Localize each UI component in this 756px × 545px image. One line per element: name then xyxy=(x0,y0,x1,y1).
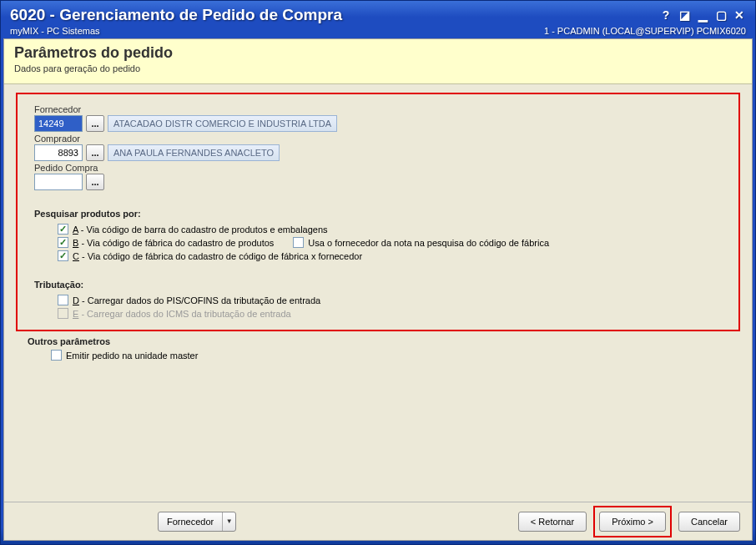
comprador-label: Comprador xyxy=(34,134,722,144)
pedido-lookup-button[interactable]: ... xyxy=(86,174,104,190)
subtitle-right: 1 - PCADMIN (LOCAL@SUPERVIP) PCMIX6020 xyxy=(544,26,746,36)
pesquisar-title: Pesquisar produtos por: xyxy=(34,209,722,219)
checkbox-c-label: C - Via código de fábrica do cadastro de… xyxy=(73,251,362,261)
cancelar-button[interactable]: Cancelar xyxy=(678,512,740,532)
proximo-highlight: Próximo > xyxy=(593,506,672,537)
checkbox-d-label: D - Carregar dados do PIS/COFINS da trib… xyxy=(73,295,320,305)
checkbox-emitir-master[interactable] xyxy=(51,350,62,361)
checkbox-b[interactable] xyxy=(58,237,68,248)
highlighted-parameters: Fornecedor ... ATACADAO DISTR COMERCIO E… xyxy=(16,93,740,331)
content: Fornecedor ... ATACADAO DISTR COMERCIO E… xyxy=(4,84,752,371)
fornecedor-split-button[interactable]: Fornecedor ▼ xyxy=(158,512,236,532)
checkbox-e-label: E - Carregar dados do ICMS da tributação… xyxy=(73,309,291,319)
fornecedor-label: Fornecedor xyxy=(34,104,722,114)
banner: Parâmetros do pedido Dados para geração … xyxy=(4,39,752,84)
checkbox-b-sub-label: Usa o fornecedor da nota na pesquisa do … xyxy=(308,238,549,248)
fornecedor-name-display: ATACADAO DISTR COMERCIO E INDUSTRIA LTDA xyxy=(108,115,337,132)
checkbox-b-sub[interactable] xyxy=(293,237,304,248)
pedido-label: Pedido Compra xyxy=(34,163,722,173)
window-title: 6020 - Gerenciamento de Pedido de Compra xyxy=(10,6,342,24)
help-icon[interactable]: ? xyxy=(659,8,673,22)
footer: Fornecedor ▼ < Retornar Próximo > Cancel… xyxy=(4,502,752,540)
retornar-button[interactable]: < Retornar xyxy=(518,512,587,532)
fornecedor-lookup-button[interactable]: ... xyxy=(86,115,104,132)
tributacao-title: Tributação: xyxy=(34,280,722,290)
checkbox-b-label: B - Via código de fábrica do cadastro de… xyxy=(73,238,274,248)
window-frame: 6020 - Gerenciamento de Pedido de Compra… xyxy=(0,0,756,545)
proximo-button[interactable]: Próximo > xyxy=(599,512,666,532)
checkbox-emitir-master-label: Emitir pedido na unidade master xyxy=(66,351,198,361)
banner-title: Parâmetros do pedido xyxy=(14,44,742,62)
checkbox-e xyxy=(58,308,68,319)
minimize-icon[interactable]: ▁ xyxy=(696,8,709,22)
edit-icon[interactable]: ◪ xyxy=(678,8,691,22)
titlebar: 6020 - Gerenciamento de Pedido de Compra… xyxy=(3,3,753,38)
banner-subtitle: Dados para geração do pedido xyxy=(14,63,742,73)
outros-title: Outros parâmetros xyxy=(28,336,740,346)
fornecedor-split-arrow[interactable]: ▼ xyxy=(222,512,235,531)
comprador-code-input[interactable] xyxy=(34,144,83,161)
maximize-icon[interactable]: ▢ xyxy=(714,8,728,22)
checkbox-a-label: A - Via código de barra do cadastro de p… xyxy=(73,225,328,235)
subtitle-left: myMIX - PC Sistemas xyxy=(10,26,100,36)
checkbox-a[interactable] xyxy=(58,224,68,235)
window-controls: ? ◪ ▁ ▢ ✕ xyxy=(659,8,746,22)
fornecedor-code-input[interactable] xyxy=(34,115,83,132)
comprador-name-display: ANA PAULA FERNANDES ANACLETO xyxy=(108,144,280,161)
fornecedor-split-main[interactable]: Fornecedor xyxy=(159,512,222,531)
comprador-lookup-button[interactable]: ... xyxy=(86,144,104,161)
client-area: Parâmetros do pedido Dados para geração … xyxy=(3,38,753,541)
checkbox-c[interactable] xyxy=(58,250,68,261)
pedido-code-input[interactable] xyxy=(34,174,83,190)
checkbox-d[interactable] xyxy=(58,295,68,305)
close-icon[interactable]: ✕ xyxy=(733,8,746,22)
